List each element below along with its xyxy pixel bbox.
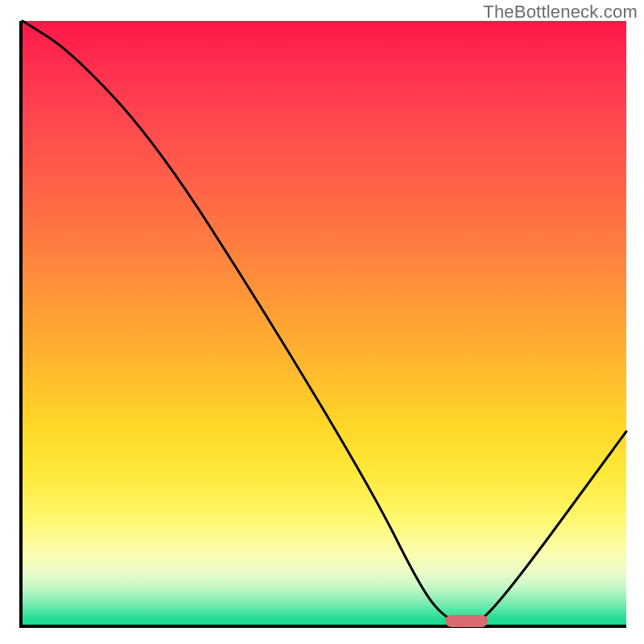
bottleneck-curve	[23, 21, 626, 625]
attribution-label: TheBottleneck.com	[483, 2, 638, 23]
optimum-marker	[445, 615, 488, 627]
plot-area	[19, 21, 626, 628]
chart-container: TheBottleneck.com	[0, 0, 644, 644]
curve-path	[23, 21, 626, 623]
